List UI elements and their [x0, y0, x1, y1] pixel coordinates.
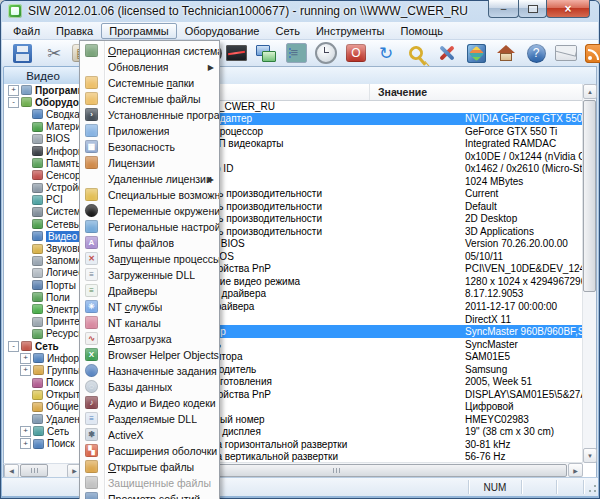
expand-icon[interactable]: + [20, 365, 31, 376]
scroll-up-icon[interactable]: ▲ [583, 84, 597, 99]
menu-item-приложения[interactable]: Приложения [80, 123, 219, 139]
menu-item-загруженные-dll[interactable]: ≡Загруженные DLL [80, 267, 219, 283]
save-icon[interactable] [10, 41, 34, 65]
tree-item-сеть[interactable]: -Сеть [4, 340, 82, 352]
menu-item-аудио-и-видео-кодеки[interactable]: ♪Аудио и Видео кодеки [80, 395, 219, 411]
shutdown-icon[interactable]: O [344, 41, 368, 65]
tree-item-устройства[interactable]: Устройства [4, 182, 82, 194]
tree-item-bios[interactable]: BIOS [4, 133, 82, 145]
menu-item-activex[interactable]: ✱ActiveX [80, 427, 219, 443]
menu-item-назначенные-задания[interactable]: Назначенные задания [80, 363, 219, 379]
vscroll-thumb[interactable] [583, 100, 596, 292]
tree-item-электропитание[interactable]: Электропитание [4, 303, 82, 315]
menu-item-удаленные-лицензии[interactable]: Удаленные лицензии▶ [80, 171, 219, 187]
scroll-right-icon[interactable]: ▶ [568, 463, 583, 477]
menu-item-драйверы[interactable]: ≡Драйверы [80, 283, 219, 299]
collapse-icon[interactable]: - [8, 97, 19, 108]
expand-icon[interactable]: + [20, 426, 31, 437]
tree-hscrollbar[interactable]: ◀ ▶ [3, 463, 83, 478]
tree-item-принтеры[interactable]: Принтеры [4, 316, 82, 328]
tree-item-поли[interactable]: Поли [4, 291, 82, 303]
tree-item-открытые-порты[interactable]: Открытые порты [4, 389, 82, 401]
menu-item-операционная-система[interactable]: Операционная система [80, 43, 219, 59]
menu-item-browser-helper-objects[interactable]: XBrowser Helper Objects [80, 347, 219, 363]
menu-item-лицензии[interactable]: Лицензии [80, 155, 219, 171]
scroll-down-icon[interactable]: ▼ [583, 448, 597, 463]
tree-item-pci[interactable]: PCI [4, 194, 82, 206]
close-button[interactable]: × [546, 0, 590, 18]
menubar-item-программы[interactable]: Программы [101, 23, 176, 39]
stopwatch-icon[interactable] [314, 41, 338, 65]
minimize-button[interactable]: – [488, 0, 519, 18]
email-icon[interactable] [554, 41, 578, 65]
tree-item-сводка-системы[interactable]: Сводка системы [4, 108, 82, 120]
tree-item-поиск[interactable]: Поиск [4, 377, 82, 389]
menubar-item-помощь[interactable]: Помощь [393, 23, 452, 39]
tree-item-звуковые-устройства[interactable]: Звуковые устройства [4, 242, 82, 254]
tree-item-информация-о-сети[interactable]: +Информация о сети [4, 352, 82, 364]
tree-item-материнская-плата[interactable]: Материнская плата [4, 121, 82, 133]
tree-item-общие-папки[interactable]: Общие папки [4, 401, 82, 413]
maximize-button[interactable] [518, 0, 547, 18]
tools-icon[interactable] [434, 41, 458, 65]
menu-item-системные-папки[interactable]: Системные папки [80, 75, 219, 91]
tree-hscroll-thumb[interactable] [20, 464, 48, 477]
menu-item-типы-файлов[interactable]: AТипы файлов [80, 235, 219, 251]
tree-item-сеть[interactable]: +Сеть [4, 425, 82, 437]
tree-item-порты[interactable]: Порты [4, 279, 82, 291]
monitor-graph-icon[interactable] [224, 41, 248, 65]
resize-grip-icon[interactable] [584, 480, 598, 494]
menu-item-специальные-возможности[interactable]: Специальные возможности [80, 187, 219, 203]
tree-item-видео[interactable]: Видео [4, 230, 82, 242]
tree-item-системные-слоты[interactable]: Системные слоты [4, 206, 82, 218]
menu-item-региональные-настройки[interactable]: Региональные настройки [80, 219, 219, 235]
tree-item-память[interactable]: Память [4, 157, 82, 169]
tree-item-запоминающие-устройства[interactable]: Запоминающие устройства [4, 255, 82, 267]
menu-item-системные-файлы[interactable]: Системные файлы [80, 91, 219, 107]
menu-item-запущенные-процессы[interactable]: ✕Запущенные процессы [80, 251, 219, 267]
menu-item-nt-каналы[interactable]: NT каналы [80, 315, 219, 331]
column-header-value[interactable]: Значение [370, 84, 583, 100]
tree-item-оборудование[interactable]: -Оборудование [4, 96, 82, 108]
tree-item-группы-и-пользователи[interactable]: +Группы и пользователи [4, 364, 82, 376]
tree-item-поиск[interactable]: +Поиск [4, 437, 82, 449]
menu-item-обновления[interactable]: Обновления▶ [80, 59, 219, 75]
network-computers-icon[interactable] [254, 41, 278, 65]
key-icon[interactable] [404, 41, 428, 65]
tree-item-информация-о-cpu[interactable]: Информация о CPU [4, 145, 82, 157]
menu-item-открытые-файлы[interactable]: Открытые файлы [80, 459, 219, 475]
menubar-item-оборудование[interactable]: Оборудование [177, 23, 268, 39]
table-vscrollbar[interactable]: ▲ ▼ [582, 84, 596, 463]
tree-item-сенсоры[interactable]: Сенсоры [4, 169, 82, 181]
titlebar[interactable]: SIW 2012.01.06 (licensed to Technician10… [0, 0, 600, 22]
expand-icon[interactable]: + [20, 353, 31, 364]
menu-item-безопасность[interactable]: ▦Безопасность [80, 139, 219, 155]
tree-item-удаленный-доступ[interactable]: Удаленный доступ [4, 413, 82, 425]
menu-item-nt-службы[interactable]: ✳NT службы [80, 299, 219, 315]
menubar-item-инструменты[interactable]: Инструменты [308, 23, 393, 39]
refresh-icon[interactable]: ↻ [374, 41, 398, 65]
scroll-left-icon[interactable]: ◀ [4, 464, 19, 478]
tree-item-сетевые-адаптеры[interactable]: Сетевые адаптеры [4, 218, 82, 230]
help-icon[interactable]: ? [524, 41, 548, 65]
home-icon[interactable] [494, 41, 518, 65]
menu-item-расширения-оболочки[interactable]: ▚Расширения оболочки [80, 443, 219, 459]
tree-item-логические-диски[interactable]: Логические диски [4, 267, 82, 279]
expand-icon[interactable]: + [20, 438, 31, 449]
expand-icon[interactable]: + [8, 85, 19, 96]
menubar-item-файл[interactable]: Файл [5, 23, 48, 39]
report-list-icon[interactable] [284, 41, 308, 65]
rss-icon[interactable] [582, 41, 600, 65]
collapse-icon[interactable]: - [8, 341, 19, 352]
menu-item-разделяемые-dll[interactable]: ≡Разделяемые DLL [80, 411, 219, 427]
menu-item-просмотр-событий[interactable]: Просмотр событий [80, 491, 219, 499]
tree-item-ресурсы[interactable]: Ресурсы [4, 328, 82, 340]
menu-item-переменные-окружения[interactable]: Переменные окружения [80, 203, 219, 219]
menubar-item-сеть[interactable]: Сеть [267, 23, 307, 39]
menu-item-базы-данных[interactable]: ◌Базы данных [80, 379, 219, 395]
tree-item-программы[interactable]: +Программы [4, 84, 82, 96]
menu-item-автозагрузка[interactable]: ∿Автозагрузка [80, 331, 219, 347]
menubar-item-правка[interactable]: Правка [48, 23, 101, 39]
menu-item-установленные-программы[interactable]: ›Установленные программы [80, 107, 219, 123]
web-update-icon[interactable] [464, 41, 488, 65]
